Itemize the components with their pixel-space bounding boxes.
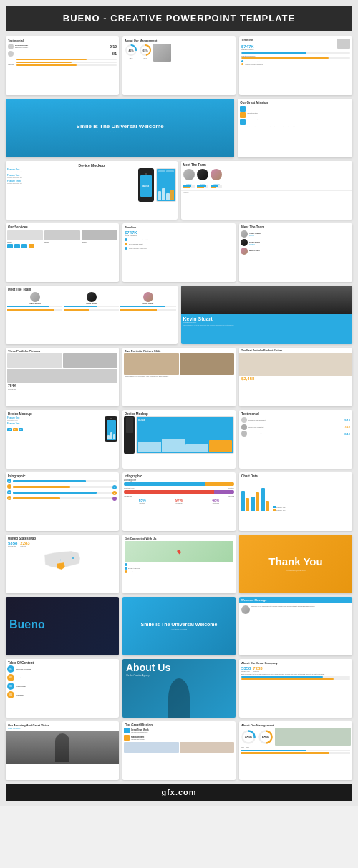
chart-title: Chart Data	[239, 472, 352, 479]
kevin-text: He contributed a lot to the success of t…	[183, 324, 351, 326]
slide-timeline[interactable]: Timeline $747K Great Company Great Team …	[239, 36, 352, 95]
slide-testimonial-2[interactable]: Testimonial Firstname User review text 9…	[239, 410, 352, 469]
mgmt-donut-1: 45%	[241, 729, 256, 745]
slide-timeline-2[interactable]: Timeline $747K Great Company Great Compa…	[122, 223, 236, 282]
slide-toc[interactable]: Table Of Content 01 Welcome Message 02 A…	[6, 659, 119, 718]
slide-device-mockup[interactable]: Device Mockup Feature One Feature descri…	[6, 161, 178, 220]
about-us-person	[168, 678, 190, 718]
test2-score3: 8/10	[344, 432, 350, 436]
slide-welcome[interactable]: Smile Is The Universal Welcome All it ta…	[6, 99, 234, 157]
connected-donate: Donate	[128, 571, 134, 573]
mgmt-label2: 65%	[246, 746, 249, 748]
svg-point-7	[60, 560, 62, 561]
slide-team-bars[interactable]: Meet The Team Albert Joseph Kevin Stuart	[6, 286, 178, 344]
svg-text:65%: 65%	[142, 49, 148, 52]
team-member-3: Marie Linker Marketing	[211, 169, 222, 188]
chart-bar-1a	[241, 491, 245, 511]
great-mission-item-2: Management Management text here	[124, 735, 234, 741]
slide-device-3[interactable]: Device Mockup 46,058	[122, 410, 236, 469]
map-image	[125, 541, 233, 562]
portfolio3-num: 784K	[6, 383, 119, 389]
slide-chart-data[interactable]: Chart Data Category One Category Tw	[239, 472, 352, 531]
slide-portfolio-3[interactable]: Three Portfolio Pictures 784K Wording Ti…	[6, 348, 119, 406]
vision-title: Our Amazing And Great Vision	[6, 721, 119, 728]
kevin-name: Kevin Stuart	[183, 316, 351, 321]
best-portfolio-title: The Best Portfolio Product Picture	[239, 348, 352, 353]
best-portfolio-price: $2,458	[239, 376, 352, 381]
team2-member-2: Kevin Stuart Designer	[241, 239, 351, 246]
phone-mockup-2	[105, 416, 117, 442]
row-6: Three Portfolio Pictures 784K Wording Ti…	[6, 348, 352, 406]
test2-avatar-2	[241, 424, 247, 430]
slide-us-map[interactable]: United States Map 5358 Wording Title 228…	[6, 535, 119, 593]
thankyou-text: Thank You	[268, 556, 322, 568]
infographic2-title: Infographic	[122, 472, 236, 479]
slide-management[interactable]: About Our Management 45% 45% 65%	[122, 36, 236, 95]
slide-mgmt-bottom[interactable]: About Our Management 45% 65% 45% 65%	[239, 721, 352, 780]
team-bars-member-3: Marie Linker	[120, 292, 175, 311]
slide-our-services[interactable]: Our Services Service Service Service	[6, 223, 119, 282]
vision-image	[6, 731, 119, 764]
row-2: Smile Is The Universal Welcome All it ta…	[6, 99, 352, 157]
svg-text:45%: 45%	[245, 735, 252, 738]
slide-great-mission-bottom[interactable]: Our Great Mission Great Team Work Team d…	[122, 721, 236, 780]
gfx-watermark: gfx.com	[6, 784, 352, 801]
thankyou-sub: yourwebsite@email.com	[286, 570, 305, 572]
page-header: BUENO - CREATIVE POWERPOINT TEMPLATE	[6, 6, 352, 31]
aboutus-title: About Us	[126, 663, 232, 673]
donut-2: 65% 65%	[139, 44, 152, 62]
slide-about-us[interactable]: About Us We Are Creative Agency	[122, 659, 236, 718]
slide-get-connected[interactable]: Get Connected With Us Phone Number Email…	[122, 535, 236, 593]
slide-thank-you[interactable]: Thank You yourwebsite@email.com	[239, 535, 352, 593]
row-7: Device Mockup Feature One Description he…	[6, 410, 352, 469]
device-title: Device Mockup	[6, 161, 178, 168]
slide-testimonial[interactable]: Testimonial Firstname User Best text rev…	[6, 36, 119, 95]
slide-kevin-stuart[interactable]: Kevin Stuart Creative Director He contri…	[181, 286, 353, 344]
kevin-photo	[181, 286, 353, 314]
slide-welcome-message[interactable]: Welcome Message Welcome To My Presence, …	[239, 597, 352, 655]
management-image	[153, 44, 171, 62]
slide-smile-bottom[interactable]: Smile Is The Universal Welcome All it ta…	[122, 597, 236, 655]
slide-device-2[interactable]: Device Mockup Feature One Description he…	[6, 410, 119, 469]
timeline-label1: Great Company	[241, 49, 350, 51]
header-title: BUENO - CREATIVE POWERPOINT TEMPLATE	[63, 13, 295, 24]
slide-meet-team[interactable]: Meet The Team Albert Joseph Director Kev…	[181, 161, 353, 220]
portfolio2-title: Two Portfolio Picture Slide	[122, 348, 236, 353]
slide-infographic-1[interactable]: Infographic 01 02 03 04	[6, 472, 119, 531]
score-2: 8/1	[112, 52, 117, 56]
phone-mockup-3	[124, 416, 135, 454]
slide-best-portfolio[interactable]: The Best Portfolio Product Picture $2,45…	[239, 348, 352, 406]
svg-text:65%: 65%	[262, 735, 269, 738]
chart-bar-1b	[246, 498, 249, 511]
slide-portfolio-2[interactable]: Two Portfolio Picture Slide Welcome To M…	[122, 348, 236, 406]
page-wrapper: BUENO - CREATIVE POWERPOINT TEMPLATE Tes…	[0, 0, 358, 806]
row-8: Infographic 01 02 03 04	[6, 472, 352, 531]
slide-about-great-company[interactable]: About Our Great Company 5358 Wording Tit…	[239, 659, 352, 718]
slide-bueno-title[interactable]: Bueno Creative Powerpoint Template	[6, 597, 119, 655]
row-10: Bueno Creative Powerpoint Template Smile…	[6, 597, 352, 655]
kevin-role: Creative Director	[183, 321, 351, 323]
welcome-title: Smile Is The Universal Welcome	[77, 123, 164, 130]
phone-mockup: 46,058	[138, 168, 154, 202]
chart-bar-2b	[256, 492, 259, 511]
team-member-2: Kevin Stuart Designer	[197, 169, 208, 188]
test2-avatar-3	[241, 431, 247, 437]
bueno-sub: Creative Powerpoint Template	[9, 632, 33, 634]
timeline2-label: Great Company	[125, 235, 233, 237]
mission-item-3: Management	[240, 119, 350, 125]
slide-meet-team-2[interactable]: Meet The Team Albert Joseph Director Kev…	[239, 223, 352, 282]
welcome-subtitle: All it takes is a smile to start a great…	[94, 131, 147, 133]
welcome-msg-title: Welcome Message	[241, 598, 350, 602]
mission-title: Our Great Mission	[238, 99, 352, 105]
row-12: Our Amazing And Great Vision Great Compa…	[6, 721, 352, 780]
chart-bar-2a	[251, 497, 255, 511]
avatar-2	[8, 51, 14, 57]
donut-label-2: 65%	[139, 57, 152, 59]
slide-vision[interactable]: Our Amazing And Great Vision Great Compa…	[6, 721, 119, 780]
slide-mission[interactable]: Our Great Mission Great Team Work Infras…	[238, 99, 352, 157]
service-item-3: Service	[82, 230, 117, 243]
slide-infographic-2[interactable]: Infographic Working Title 74% Investment…	[122, 472, 236, 531]
test2-score1: 9/10	[344, 419, 350, 422]
timeline2-title: Timeline	[122, 223, 236, 230]
smile-sub: All it takes is a smile	[171, 628, 188, 630]
